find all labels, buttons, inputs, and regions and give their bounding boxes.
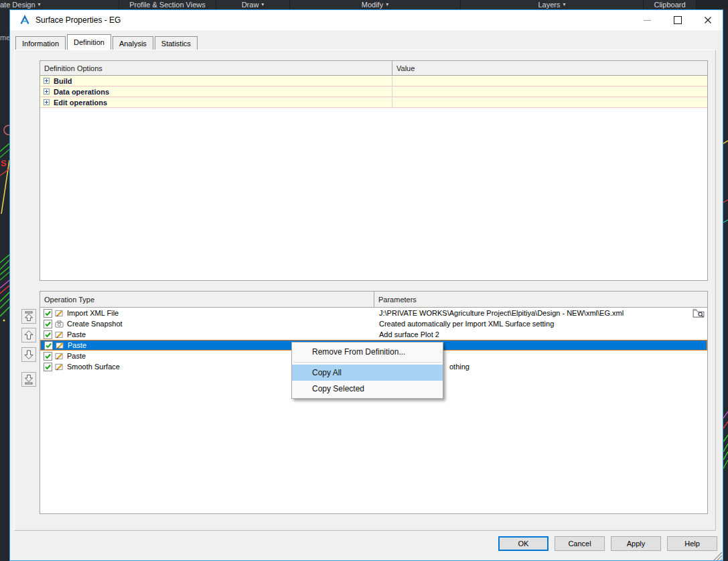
operation-checkbox-checked[interactable] — [44, 309, 52, 318]
operation-checkbox-checked[interactable] — [44, 363, 52, 371]
ribbon-panel-profile-section-views[interactable]: Profile & Section Views — [119, 0, 216, 9]
definition-row-edit-operations[interactable]: Edit operations — [40, 97, 707, 108]
ribbon-panel-label: ate Design — [0, 1, 35, 9]
operation-label: Import XML File — [67, 309, 119, 317]
operation-label: Smooth Surface — [67, 363, 120, 371]
definition-row-build[interactable]: Build — [40, 76, 707, 86]
menu-item-remove-from-definition[interactable]: Remove From Definition... — [292, 344, 443, 360]
column-header-parameters: Parameters — [374, 292, 707, 307]
dropdown-caret-icon: ▾ — [261, 1, 264, 9]
expand-plus-icon[interactable] — [44, 78, 50, 84]
operation-edit-icon — [55, 363, 64, 371]
operation-checkbox-checked[interactable] — [44, 320, 52, 328]
ribbon-panel-clipboard[interactable]: Clipboard — [644, 0, 697, 9]
operation-row-left-cell: Create Snapshot — [40, 318, 374, 329]
operation-checkbox-checked[interactable] — [44, 352, 52, 361]
drawing-canvas-left: me S — [0, 9, 9, 561]
operation-row-left-cell: Import XML File — [40, 308, 374, 318]
minimize-icon — [644, 20, 651, 21]
tab-information[interactable]: Information — [15, 36, 66, 50]
browse-preview-icon[interactable] — [693, 308, 705, 318]
operation-checkbox-checked[interactable] — [44, 330, 52, 339]
operation-checkbox-checked[interactable] — [44, 341, 53, 350]
operation-parameters: othing — [449, 363, 469, 371]
expand-plus-icon[interactable] — [44, 88, 50, 95]
operation-row-create-snapshot[interactable]: Create SnapshotCreated automatically per… — [40, 318, 707, 329]
ribbon-panel-layers[interactable]: Layers▾ — [461, 0, 644, 9]
definition-row-left-cell: Data operations — [40, 86, 392, 97]
definition-row-value-cell — [392, 86, 707, 97]
definition-row-label: Edit operations — [54, 99, 107, 107]
dropdown-caret-icon: ▾ — [563, 1, 566, 9]
move-up-button[interactable] — [21, 328, 36, 342]
move-to-top-button[interactable] — [21, 309, 36, 324]
expand-plus-icon[interactable] — [44, 99, 50, 105]
resize-grip[interactable] — [712, 550, 723, 561]
operation-label: Create Snapshot — [67, 320, 123, 328]
operation-edit-icon — [55, 330, 64, 339]
dialog-button-row: OKCancelApplyHelp — [498, 536, 717, 551]
operation-row-parameters-cell: Add surface Plot 2 — [374, 329, 707, 340]
ribbon-panel-ate-design[interactable]: ate Design▾ — [0, 0, 119, 9]
autocad-logo-icon — [19, 15, 30, 25]
app-screen: ate Design▾Profile & Section ViewsDraw▾M… — [0, 0, 728, 561]
operation-parameters: Created automatically per Import XML Sur… — [379, 320, 554, 328]
tab-analysis[interactable]: Analysis — [113, 36, 153, 50]
ribbon-panel-label: Layers — [538, 1, 560, 9]
tab-label: Analysis — [119, 40, 147, 48]
cancel-button[interactable]: Cancel — [555, 536, 605, 551]
apply-button[interactable]: Apply — [611, 536, 661, 551]
column-header-definition-options: Definition Options — [40, 61, 392, 75]
arrow-down-icon — [23, 349, 34, 360]
ok-button[interactable]: OK — [498, 536, 549, 551]
tab-statistics[interactable]: Statistics — [155, 36, 198, 50]
menu-item-copy-selected[interactable]: Copy Selected — [292, 381, 443, 397]
help-button[interactable]: Help — [667, 536, 717, 551]
dialog-title: Surface Properties - EG — [35, 15, 121, 25]
move-to-bottom-button[interactable] — [21, 372, 36, 387]
arrow-up-bar-icon — [23, 311, 34, 322]
definition-row-value-cell — [392, 76, 707, 86]
definition-row-label: Data operations — [54, 88, 109, 96]
surface-properties-dialog: Surface Properties - EG InformationDefin… — [9, 9, 723, 561]
ribbon-panel-draw[interactable]: Draw▾ — [216, 0, 290, 9]
menu-item-copy-all[interactable]: Copy All — [292, 365, 443, 381]
snapshot-camera-icon — [55, 320, 64, 328]
close-button[interactable] — [693, 10, 723, 30]
ribbon-tab-bar: ate Design▾Profile & Section ViewsDraw▾M… — [0, 0, 728, 9]
arrow-up-icon — [23, 330, 34, 340]
operation-edit-icon — [55, 309, 64, 318]
dialog-titlebar: Surface Properties - EG — [10, 10, 723, 30]
ribbon-panel-label: Profile & Section Views — [129, 1, 206, 9]
definition-tab-page: Definition Options Value BuildData opera… — [14, 50, 716, 531]
tab-label: Statistics — [161, 40, 191, 48]
operation-row-paste[interactable]: PasteAdd surface Plot 2 — [40, 329, 707, 340]
canvas-text-fragment: me — [0, 34, 9, 42]
definition-row-left-cell: Edit operations — [40, 97, 392, 107]
dropdown-caret-icon: ▾ — [38, 1, 41, 9]
column-header-value: Value — [392, 61, 707, 75]
maximize-icon — [674, 16, 682, 24]
minimize-button[interactable] — [632, 10, 662, 30]
canvas-label-fragment: S — [1, 158, 7, 168]
operations-header: Operation Type Parameters — [40, 292, 707, 308]
context-menu: Remove From Definition...Copy AllCopy Se… — [291, 342, 443, 399]
definition-row-data-operations[interactable]: Data operations — [40, 86, 707, 97]
arrow-down-bar-icon — [23, 374, 34, 385]
ribbon-panel-modify[interactable]: Modify▾ — [290, 0, 461, 9]
operation-label: Paste — [67, 352, 86, 360]
dropdown-caret-icon: ▾ — [386, 1, 388, 9]
window-controls — [632, 10, 723, 30]
maximize-button[interactable] — [662, 10, 693, 30]
move-down-button[interactable] — [21, 347, 36, 362]
operation-row-parameters-cell: J:\PRIVATE WORKS\Agriculture Project\Elp… — [374, 308, 707, 318]
close-icon — [704, 16, 712, 24]
operation-parameters: J:\PRIVATE WORKS\Agriculture Project\Elp… — [379, 309, 624, 317]
tab-definition[interactable]: Definition — [67, 34, 111, 50]
operation-row-parameters-cell: Created automatically per Import XML Sur… — [374, 318, 707, 329]
drawing-contours-right — [723, 9, 728, 561]
column-header-operation-type: Operation Type — [40, 292, 374, 307]
operation-row-import-xml-file[interactable]: Import XML FileJ:\PRIVATE WORKS\Agricult… — [40, 308, 707, 318]
drawing-canvas-right — [723, 9, 728, 561]
operation-edit-icon — [56, 341, 64, 350]
